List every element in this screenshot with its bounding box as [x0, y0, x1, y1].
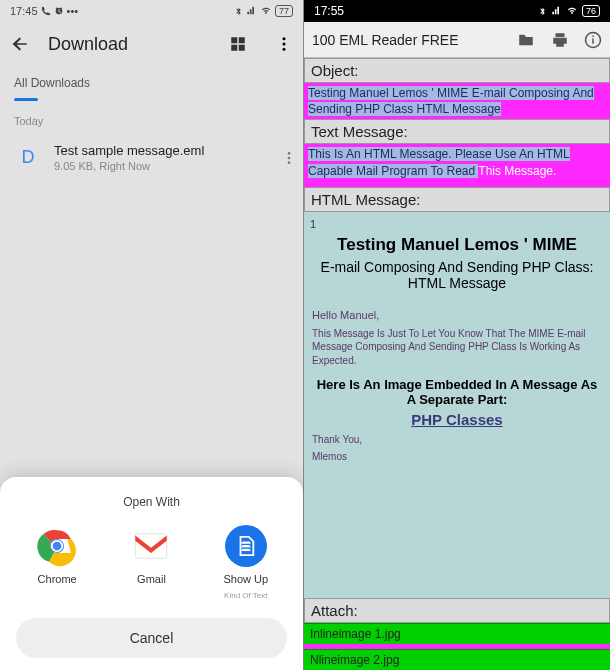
gmail-icon [130, 525, 172, 567]
status-time: 17:45 [10, 5, 38, 17]
status-bar-right: 17:55 76 [304, 0, 610, 22]
right-phone: 17:55 76 100 EML Reader FREE Object: Tes… [304, 0, 610, 670]
wifi-icon [566, 6, 578, 16]
status-time: 17:55 [314, 4, 344, 18]
html-embed-title: Here Is An Image Embedded In A Message A… [316, 377, 598, 407]
svg-rect-9 [136, 534, 168, 559]
svg-point-0 [283, 37, 286, 40]
phone-icon [41, 6, 51, 16]
object-label: Object: [304, 58, 610, 83]
print-icon[interactable] [550, 31, 570, 49]
info-icon[interactable] [584, 31, 602, 49]
html-message-area[interactable]: 1 Testing Manuel Lemos ' MIME E-mail Com… [304, 212, 610, 598]
tab-all-downloads[interactable]: All Downloads [0, 66, 303, 98]
folder-icon[interactable] [516, 31, 536, 49]
app-label: Show Up [223, 573, 268, 585]
download-header: Download [0, 22, 303, 66]
signal-icon [551, 6, 562, 16]
svg-point-5 [288, 161, 291, 164]
html-title: Testing Manuel Lemos ' MIME [310, 230, 604, 259]
app-chrome[interactable]: Chrome [17, 525, 97, 600]
app-showup[interactable]: Show Up Kind Of Text [206, 525, 286, 600]
battery-indicator: 76 [582, 5, 600, 17]
html-body: This Message Is Just To Let You Know Tha… [312, 327, 602, 368]
html-message-label: HTML Message: [304, 187, 610, 212]
attachment-item[interactable]: Nlineimage 2.jpg [304, 649, 610, 670]
file-name: Test sample message.eml [54, 143, 269, 158]
left-phone: 17:45 ••• 77 Download All Downloads Toda… [0, 0, 304, 670]
file-thumb: D [14, 144, 42, 172]
svg-point-1 [283, 43, 286, 46]
html-thank1: Thank You, [312, 434, 602, 445]
object-value[interactable]: Testing Manuel Lemos ' MIME E-mail Compo… [304, 83, 610, 119]
file-meta: Test sample message.eml 9.05 KB, Right N… [54, 143, 269, 172]
svg-rect-12 [241, 550, 250, 551]
attach-label: Attach: [304, 598, 610, 623]
document-icon [225, 525, 267, 567]
html-thank2: Mlemos [312, 451, 602, 462]
back-icon[interactable] [10, 34, 30, 54]
file-more-icon[interactable] [281, 150, 297, 166]
section-today: Today [0, 101, 303, 133]
more-status-icon: ••• [67, 5, 79, 17]
file-row[interactable]: D Test sample message.eml 9.05 KB, Right… [0, 133, 303, 182]
sheet-title: Open With [10, 495, 293, 509]
bluetooth-icon [234, 6, 243, 17]
file-sub: 9.05 KB, Right Now [54, 160, 269, 172]
wifi-icon [260, 6, 272, 16]
svg-rect-14 [592, 38, 594, 43]
svg-point-4 [288, 156, 291, 159]
battery-indicator: 77 [275, 5, 293, 17]
bluetooth-icon [538, 6, 547, 17]
html-link[interactable]: PHP Classes [310, 411, 604, 428]
svg-point-2 [283, 48, 286, 51]
app-label: Gmail [137, 573, 166, 585]
eml-toolbar: 100 EML Reader FREE [304, 22, 610, 58]
svg-rect-10 [241, 542, 250, 543]
app-sublabel: Kind Of Text [224, 591, 267, 600]
svg-rect-15 [592, 35, 594, 37]
html-subtitle: E-mail Composing And Sending PHP Class: … [310, 259, 604, 295]
svg-point-3 [288, 152, 291, 155]
alarm-icon [54, 6, 64, 16]
app-label: Chrome [38, 573, 77, 585]
page-title: Download [48, 34, 211, 55]
attachment-item[interactable]: Inlineimage 1.jpg [304, 623, 610, 644]
app-title: 100 EML Reader FREE [312, 32, 502, 48]
grid-view-icon[interactable] [229, 35, 247, 53]
cancel-button[interactable]: Cancel [16, 618, 288, 658]
text-message-label: Text Message: [304, 119, 610, 144]
status-bar-left: 17:45 ••• 77 [0, 0, 303, 22]
signal-icon [246, 6, 257, 16]
svg-rect-11 [241, 546, 250, 547]
html-one: 1 [310, 218, 604, 230]
app-gmail[interactable]: Gmail [111, 525, 191, 600]
app-list: Chrome Gmail Show Up Kind Of Text [10, 525, 293, 600]
text-message-value[interactable]: This Is An HTML Message. Please Use An H… [304, 144, 610, 180]
more-icon[interactable] [275, 35, 293, 53]
html-greeting: Hello Manuel, [312, 309, 602, 321]
chrome-icon [36, 525, 78, 567]
open-with-sheet: Open With Chrome Gmail [0, 477, 303, 670]
